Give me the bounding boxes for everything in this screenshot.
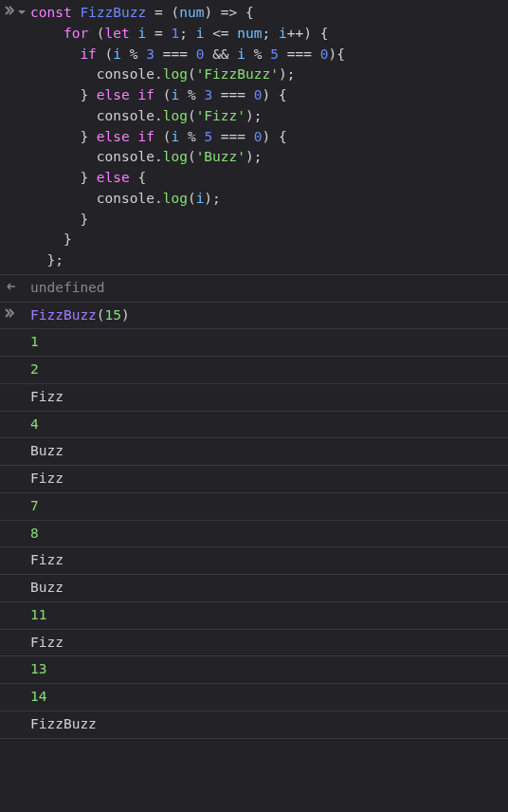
log-gutter [4,440,30,463]
log-output: 7 [30,498,39,513]
console-log-line: 13 [30,658,502,681]
console-log-line: 4 [30,414,502,436]
log-output: Buzz [30,443,64,458]
log-output: 11 [30,607,46,622]
log-output: 2 [30,361,39,377]
console-log-line: FizzBuzz [30,713,502,736]
log-output: 8 [30,526,39,541]
return-value: undefined [30,280,105,295]
log-output: Fizz [30,552,64,567]
log-gutter [4,577,30,600]
console-return: undefined [30,277,502,300]
log-gutter [4,495,30,518]
return-arrow-icon [4,278,17,299]
log-output: Fizz [30,389,64,404]
console-log-line: Fizz [30,468,502,490]
log-gutter [4,632,30,655]
log-output: FizzBuzz [30,716,97,731]
input-gutter [4,2,30,272]
console-input-code[interactable]: FizzBuzz(15) [30,304,502,327]
log-output: 4 [30,416,39,432]
log-gutter [4,523,30,545]
collapse-caret-icon[interactable] [17,3,27,24]
console-input-code[interactable]: const FizzBuzz = (num) => { for (let i =… [30,2,502,272]
log-gutter [4,658,30,681]
console-log-line: 11 [30,604,502,627]
input-prompt-icon [4,305,15,326]
log-output: Fizz [30,635,64,650]
log-gutter [4,713,30,736]
log-gutter [4,359,30,381]
log-gutter [4,686,30,709]
input-prompt-icon [4,3,15,24]
log-output: 14 [30,689,46,704]
log-gutter [4,386,30,409]
console-log-line: 1 [30,331,502,354]
console-log-line: Buzz [30,577,502,600]
console-log-line: Fizz [30,549,502,572]
log-gutter [4,468,30,490]
console-log-line: Fizz [30,632,502,655]
input-gutter [4,304,30,327]
log-gutter [4,549,30,572]
console-log-line: Fizz [30,386,502,409]
log-output: Fizz [30,471,64,486]
log-gutter [4,604,30,627]
log-gutter [4,414,30,436]
log-gutter [4,331,30,354]
log-output: Buzz [30,580,64,595]
console-log-line: 8 [30,523,502,545]
console-log-line: 7 [30,495,502,518]
console-log-line: Buzz [30,440,502,463]
output-gutter [4,277,30,300]
console-log-line: 14 [30,686,502,709]
console-log-line: 2 [30,359,502,381]
log-output: 1 [30,334,39,349]
log-output: 13 [30,661,46,676]
